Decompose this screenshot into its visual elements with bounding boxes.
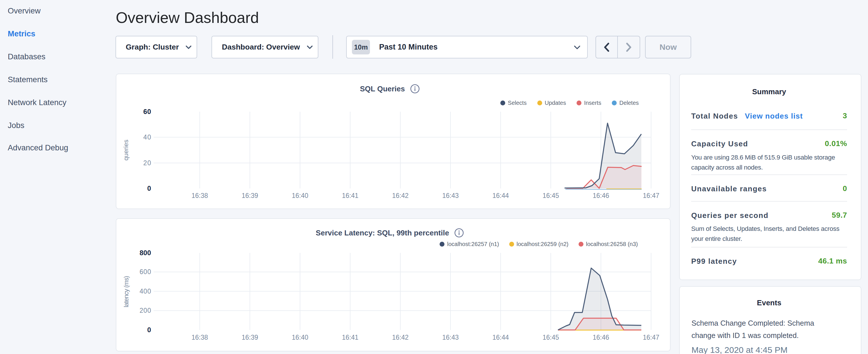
svg-text:600: 600 [140,268,151,276]
svg-text:16:41: 16:41 [342,192,359,199]
svg-text:16:42: 16:42 [392,334,409,341]
svg-text:16:46: 16:46 [593,192,609,199]
svg-text:800: 800 [140,249,151,257]
svg-text:16:43: 16:43 [442,192,459,199]
svg-text:16:40: 16:40 [292,334,308,341]
svg-text:16:47: 16:47 [643,192,659,199]
svg-text:16:40: 16:40 [292,192,308,199]
svg-text:16:38: 16:38 [191,334,208,341]
svg-text:16:45: 16:45 [542,192,559,199]
svg-text:16:39: 16:39 [242,192,258,199]
svg-text:16:41: 16:41 [342,334,359,341]
svg-text:queries: queries [122,140,129,161]
svg-text:16:42: 16:42 [392,192,409,199]
svg-text:400: 400 [140,288,151,295]
svg-text:16:38: 16:38 [191,192,208,199]
svg-text:200: 200 [140,307,151,314]
svg-text:16:45: 16:45 [542,334,559,341]
svg-text:40: 40 [143,133,151,141]
svg-text:16:44: 16:44 [492,334,509,341]
svg-text:16:44: 16:44 [492,192,509,199]
svg-text:0: 0 [147,185,151,192]
svg-text:16:39: 16:39 [242,334,258,341]
svg-text:20: 20 [143,159,151,167]
svg-text:16:47: 16:47 [643,334,659,341]
svg-text:16:46: 16:46 [593,334,609,341]
svg-text:16:43: 16:43 [442,334,459,341]
svg-text:0: 0 [147,326,151,334]
svg-text:latency (ms): latency (ms) [123,276,130,307]
svg-text:60: 60 [143,108,151,116]
